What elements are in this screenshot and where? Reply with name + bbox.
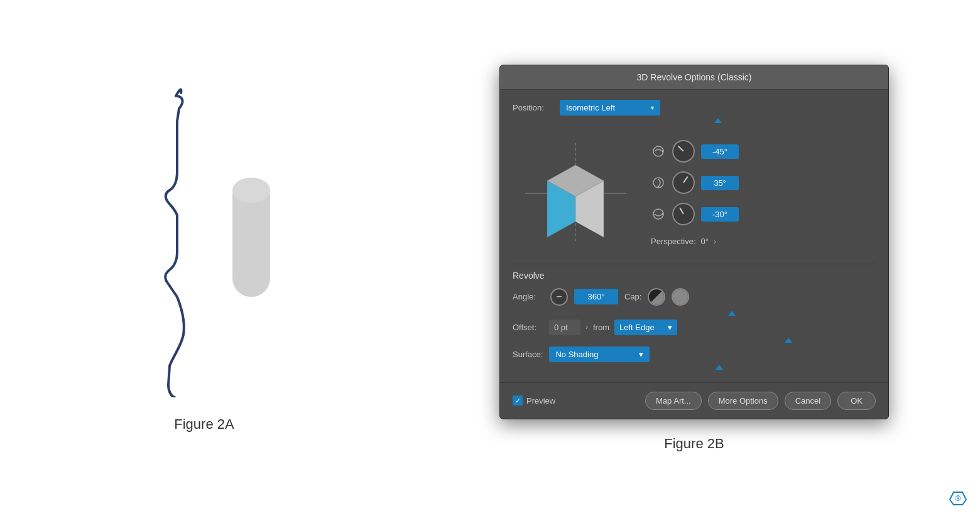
preview-label: Preview [526, 396, 555, 406]
offset-row: Offset: 0 pt › from Left Edge ▾ [513, 320, 876, 335]
cap-button-2[interactable] [672, 288, 689, 306]
figure-2a-label: Figure 2A [174, 416, 234, 433]
figure-2a-content [132, 83, 276, 397]
revolve-angle-row: Angle: − 360° Cap: [513, 288, 876, 306]
svg-text:®: ® [956, 494, 961, 503]
surface-row: Surface: No Shading ▾ [513, 347, 876, 362]
x-rotation-dial[interactable] [668, 136, 700, 168]
surface-label: Surface: [513, 350, 543, 359]
dialog-3d-revolve: 3D Revolve Options (Classic) Position: I… [499, 65, 889, 419]
position-row: Position: Isometric Left ▾ [513, 100, 876, 116]
isometric-cube-svg [513, 131, 638, 256]
more-options-button[interactable]: More Options [708, 392, 778, 410]
surface-chevron-icon: ▾ [639, 350, 643, 359]
perspective-chevron-icon[interactable]: › [714, 237, 716, 246]
offset-indicator-arrow [701, 338, 876, 343]
surface-dropdown[interactable]: No Shading ▾ [549, 347, 650, 362]
rotation-controls: -45° 35° [651, 140, 876, 246]
perspective-value[interactable]: 0° [701, 237, 709, 246]
x-rotation-row: -45° [651, 140, 876, 163]
y-rotation-value[interactable]: 35° [701, 176, 739, 190]
offset-input[interactable]: 0 pt [549, 320, 580, 335]
figure-2b-label: Figure 2B [664, 436, 724, 452]
y-rotation-dial[interactable] [668, 167, 699, 198]
dialog-title: 3D Revolve Options (Classic) [637, 72, 752, 82]
from-chevron-icon: ▾ [668, 323, 672, 332]
angle-indicator-arrow [588, 311, 876, 316]
y-rotation-row: 35° [651, 171, 876, 194]
z-rotation-icon [651, 207, 666, 222]
from-dropdown[interactable]: Left Edge ▾ [614, 320, 677, 335]
ok-button[interactable]: OK [837, 392, 876, 410]
angle-label: Angle: [513, 292, 544, 301]
preview-checkbox-area[interactable]: Preview [513, 395, 555, 406]
cube-controls-row: -45° 35° [513, 131, 876, 256]
surface-indicator-arrow [563, 365, 876, 370]
watermark-icon: ® [949, 487, 967, 506]
cancel-button[interactable]: Cancel [785, 392, 831, 410]
position-dropdown[interactable]: Isometric Left ▾ [560, 100, 660, 116]
right-figure-area: 3D Revolve Options (Classic) Position: I… [408, 0, 980, 516]
offset-label: Offset: [513, 323, 544, 332]
position-label: Position: [513, 103, 553, 112]
cap-button-1[interactable] [648, 288, 665, 306]
dialog-body: Position: Isometric Left ▾ [500, 90, 888, 382]
position-value: Isometric Left [566, 103, 615, 112]
revolve-section-label: Revolve [513, 271, 876, 281]
left-figure-area: Figure 2A [0, 0, 408, 516]
3d-shape-svg [226, 171, 276, 309]
preview-checkbox[interactable] [513, 395, 523, 406]
from-label: from [593, 323, 609, 332]
z-rotation-value[interactable]: -30° [701, 207, 739, 222]
z-rotation-dial[interactable] [668, 198, 699, 229]
cap-label: Cap: [624, 292, 641, 301]
x-rotation-icon [651, 144, 666, 159]
x-rotation-value[interactable]: -45° [701, 144, 739, 159]
map-art-button[interactable]: Map Art... [645, 392, 702, 410]
dialog-titlebar: 3D Revolve Options (Classic) [500, 65, 888, 90]
offset-stepper-icon[interactable]: › [585, 323, 588, 331]
z-rotation-row: -30° [651, 203, 876, 225]
dialog-footer: Preview Map Art... More Options Cancel O… [500, 382, 888, 419]
cube-area [513, 131, 638, 256]
perspective-label: Perspective: [651, 237, 696, 246]
divider [513, 264, 876, 264]
svg-rect-1 [232, 178, 270, 203]
from-value: Left Edge [619, 323, 655, 332]
perspective-row: Perspective: 0° › [651, 237, 876, 246]
position-indicator-arrow [560, 118, 876, 123]
surface-value: No Shading [555, 350, 598, 359]
profile-curve-svg [132, 83, 207, 397]
chevron-down-icon: ▾ [651, 104, 654, 111]
y-rotation-icon [651, 175, 666, 190]
angle-input[interactable]: 360° [574, 289, 618, 304]
angle-decrease-button[interactable]: − [550, 288, 568, 306]
